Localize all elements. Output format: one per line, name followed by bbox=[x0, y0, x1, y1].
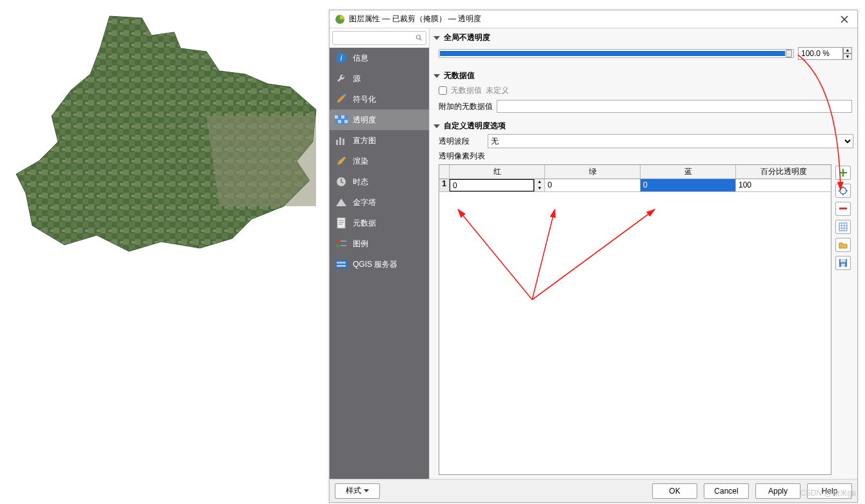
nav-item-pyramids[interactable]: 金字塔 bbox=[330, 192, 429, 213]
nav-item-source[interactable]: 源 bbox=[330, 68, 429, 89]
ok-button[interactable]: OK bbox=[652, 483, 697, 499]
import-button[interactable] bbox=[835, 238, 851, 252]
col-green[interactable]: 绿 bbox=[545, 165, 641, 179]
transparency-icon bbox=[335, 113, 348, 126]
nav-item-symbology[interactable]: 符号化 bbox=[330, 89, 429, 110]
svg-point-31 bbox=[840, 188, 846, 194]
paint-icon bbox=[335, 155, 348, 168]
cell-percent[interactable]: 100 bbox=[736, 179, 831, 192]
qgis-logo-icon bbox=[335, 14, 345, 24]
svg-rect-15 bbox=[336, 140, 338, 145]
svg-rect-33 bbox=[839, 223, 847, 231]
section-custom-transparency[interactable]: 自定义透明度选项 bbox=[433, 117, 853, 133]
titlebar: 图层属性 — 已裁剪（掩膜） — 透明度 bbox=[330, 10, 857, 28]
style-menu-button[interactable]: 样式 bbox=[335, 483, 380, 499]
cancel-button[interactable]: Cancel bbox=[704, 483, 749, 499]
chevron-down-icon bbox=[364, 489, 369, 492]
table-row[interactable]: 1 0 ▲▼ 0 0 100 bbox=[439, 179, 831, 192]
svg-rect-35 bbox=[840, 259, 846, 262]
save-icon bbox=[839, 258, 848, 267]
svg-rect-17 bbox=[343, 139, 344, 145]
apply-button[interactable]: Apply bbox=[755, 483, 800, 499]
additional-nodata-input[interactable] bbox=[497, 100, 852, 113]
transparent-pixel-table[interactable]: 红 绿 蓝 百分比透明度 1 0 ▲▼ bbox=[439, 164, 831, 475]
opacity-slider[interactable] bbox=[439, 49, 794, 58]
collapse-icon bbox=[433, 74, 440, 78]
nav-label: 时态 bbox=[353, 177, 368, 188]
col-red[interactable]: 红 bbox=[450, 165, 545, 179]
clipped-raster-preview bbox=[13, 13, 323, 258]
transparency-band-select[interactable]: 无 bbox=[488, 134, 853, 148]
grid-icon bbox=[839, 222, 848, 231]
svg-rect-16 bbox=[339, 137, 341, 145]
brush-icon bbox=[335, 93, 348, 106]
cell-green[interactable]: 0 bbox=[545, 179, 641, 192]
wrench-icon bbox=[335, 72, 348, 85]
nav-label: 图例 bbox=[353, 238, 368, 249]
nav-label: 渲染 bbox=[353, 156, 368, 167]
svg-rect-24 bbox=[336, 240, 339, 243]
nav-item-rendering[interactable]: 渲染 bbox=[330, 151, 429, 171]
server-icon bbox=[335, 258, 348, 271]
pyramid-icon bbox=[335, 196, 348, 209]
sidebar: i 信息 源 符号化 透明度 直方图 bbox=[330, 28, 430, 479]
nav-label: 信息 bbox=[353, 53, 368, 64]
nav-item-legend[interactable]: 图例 bbox=[330, 233, 429, 254]
section-nodata[interactable]: 无数据值 bbox=[433, 66, 853, 82]
help-button[interactable]: Help bbox=[807, 483, 852, 499]
spin-buttons[interactable]: ▲▼ bbox=[843, 47, 852, 60]
cell-spin[interactable]: ▲▼ bbox=[534, 179, 544, 191]
nav-item-qgis-server[interactable]: QGIS 服务器 bbox=[330, 254, 429, 275]
opacity-value-input[interactable] bbox=[798, 47, 843, 60]
spin-up-icon[interactable]: ▲ bbox=[843, 47, 852, 53]
spin-down-icon[interactable]: ▼ bbox=[534, 186, 544, 192]
spin-up-icon[interactable]: ▲ bbox=[534, 179, 544, 186]
add-row-button[interactable] bbox=[835, 166, 851, 180]
col-percent[interactable]: 百分比透明度 bbox=[736, 165, 831, 179]
dialog-title: 图层属性 — 已裁剪（掩膜） — 透明度 bbox=[349, 14, 837, 24]
nav-label: 金字塔 bbox=[353, 197, 376, 208]
row-number[interactable]: 1 bbox=[439, 179, 450, 192]
table-corner bbox=[439, 165, 450, 179]
close-button[interactable] bbox=[837, 13, 852, 26]
svg-rect-20 bbox=[337, 218, 345, 228]
nodata-checkbox[interactable] bbox=[439, 86, 447, 95]
sidebar-search bbox=[330, 28, 429, 48]
export-button[interactable] bbox=[835, 256, 851, 270]
crosshair-icon bbox=[839, 186, 848, 195]
transparency-band-label: 透明波段 bbox=[439, 136, 484, 147]
cell-blue[interactable]: 0 bbox=[641, 179, 736, 192]
nav-item-metadata[interactable]: 元数据 bbox=[330, 213, 429, 233]
slider-thumb[interactable] bbox=[786, 50, 792, 57]
svg-rect-32 bbox=[839, 208, 847, 209]
nav-label: 直方图 bbox=[353, 135, 376, 146]
nav-item-transparency[interactable]: 透明度 bbox=[330, 110, 429, 130]
nav-label: 元数据 bbox=[353, 218, 376, 229]
nav-item-histogram[interactable]: 直方图 bbox=[330, 130, 429, 151]
nav-label: 源 bbox=[353, 73, 361, 84]
sidebar-search-input[interactable] bbox=[332, 31, 426, 45]
section-global-opacity[interactable]: 全局不透明度 bbox=[433, 28, 853, 44]
cell-red[interactable]: 0 ▲▼ bbox=[450, 179, 545, 192]
col-blue[interactable]: 蓝 bbox=[641, 165, 736, 179]
spin-down-icon[interactable]: ▼ bbox=[843, 53, 852, 60]
histogram-icon bbox=[335, 134, 348, 147]
table-side-buttons bbox=[835, 164, 853, 475]
map-canvas bbox=[0, 0, 329, 504]
nav-label: 透明度 bbox=[353, 115, 376, 126]
table-body: 1 0 ▲▼ 0 0 100 bbox=[439, 179, 831, 474]
default-values-button[interactable] bbox=[835, 220, 851, 234]
pixel-list-label: 透明像素列表 bbox=[439, 151, 853, 162]
nav-item-info[interactable]: i 信息 bbox=[330, 48, 429, 68]
close-icon bbox=[840, 15, 848, 23]
pick-from-canvas-button[interactable] bbox=[835, 184, 851, 198]
remove-row-button[interactable] bbox=[835, 202, 851, 216]
collapse-icon bbox=[433, 124, 440, 128]
nav-label: QGIS 服务器 bbox=[353, 259, 397, 270]
style-label: 样式 bbox=[346, 485, 361, 496]
nav-item-temporal[interactable]: 时态 bbox=[330, 171, 429, 192]
svg-rect-14 bbox=[344, 120, 348, 123]
opacity-spinbox[interactable]: ▲▼ bbox=[798, 47, 852, 60]
nav-list: i 信息 源 符号化 透明度 直方图 bbox=[330, 48, 429, 479]
svg-rect-25 bbox=[336, 244, 339, 247]
